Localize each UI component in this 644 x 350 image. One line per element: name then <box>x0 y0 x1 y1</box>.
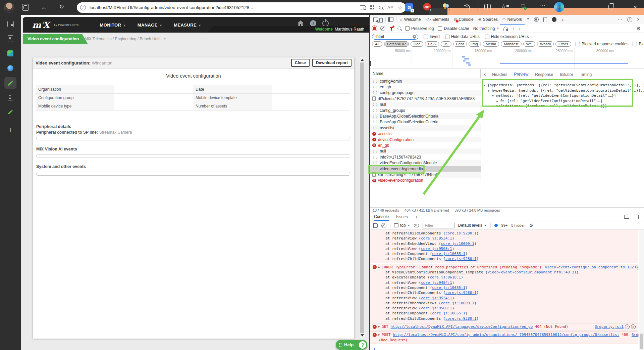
translate-extension-icon[interactable]: G t <box>405 3 413 11</box>
add-sidebar-item-icon[interactable]: + <box>6 126 14 134</box>
preserve-log-checkbox[interactable]: Preserve log <box>405 26 434 31</box>
scroll-down-arrow[interactable] <box>361 334 364 337</box>
browser-essentials-icon[interactable]: ♡✓ <box>521 4 525 9</box>
request-row[interactable]: {;}BaseApp.GlobalSelectionCriteria <box>370 119 481 125</box>
url-text[interactable]: localhost/MiXFleet.UI/#/config-admin/vid… <box>90 5 253 10</box>
network-filter-input[interactable]: -html ✕ <box>372 34 418 40</box>
devtools-tab-sources[interactable]: ❋Sources <box>476 15 500 24</box>
request-url-link[interactable]: http://localhost/DynaMiX.API/config-admi… <box>393 332 620 337</box>
favorites-bar-icon[interactable]: ☆ <box>501 4 506 9</box>
download-report-button[interactable]: Download report <box>312 59 352 67</box>
network-conditions-icon[interactable] <box>503 27 508 31</box>
console-sidebar-icon[interactable] <box>373 223 378 228</box>
source-file-link[interactable]: video-event-configur…omponent.html:40:31 <box>488 270 577 274</box>
source-file-link[interactable]: core.js:9280:1 <box>445 291 477 295</box>
performance-icon[interactable]: 𝄢 <box>525 15 532 24</box>
detail-tab-preview[interactable]: Preview <box>511 69 532 80</box>
chip-js[interactable]: JS <box>441 41 451 47</box>
close-detail-icon[interactable]: × <box>483 72 486 77</box>
network-timeline[interactable]: 50000 ms100000 ms150000 ms200000 ms25000… <box>370 48 644 69</box>
source-file-link[interactable]: core.js:9534:1 <box>421 296 452 300</box>
application-icon[interactable] <box>532 15 541 24</box>
source-file-link[interactable]: core.js:10609:1 <box>441 301 474 305</box>
request-row[interactable]: dl?client=1B752747-577B-429A-A0E0-83861A… <box>370 96 481 101</box>
nav-monitor[interactable]: MONITOR▼ <box>100 23 126 28</box>
nav-measure[interactable]: MEASURE▼ <box>174 23 201 28</box>
memory-icon[interactable] <box>541 15 549 24</box>
chip-css[interactable]: CSS <box>425 41 439 47</box>
detail-tab-headers[interactable]: Headers <box>489 69 511 80</box>
hide-extension-urls-checkbox[interactable]: Hide extension URLs <box>485 34 529 39</box>
compose-app-icon[interactable] <box>6 108 14 116</box>
console-prompt[interactable]: › <box>370 345 638 350</box>
source-file-link[interactable]: core.js:9280:1 <box>445 231 477 235</box>
request-row[interactable]: {;}null <box>370 148 481 154</box>
request-row[interactable]: ✕deviceConfiguration <box>370 137 481 142</box>
breadcrumb-active-tab[interactable]: Video event configuration <box>23 34 88 44</box>
chip-ws[interactable]: WS <box>523 41 536 47</box>
clear-console-icon[interactable] <box>381 223 386 228</box>
refresh-button[interactable]: ↻ <box>59 4 64 10</box>
clear-filter-icon[interactable]: ✕ <box>413 35 416 39</box>
json-tree-line[interactable]: ▼hyperMedia: {methods: [{rel: "getVideoE… <box>481 88 644 94</box>
minimize-button[interactable]: – <box>588 4 602 10</box>
request-row[interactable]: ✕assetlist <box>370 131 481 137</box>
error-source-link[interactable]: video-event-configur…on.component.ts:132 <box>545 265 634 270</box>
chip-img[interactable]: Img <box>469 41 481 47</box>
devtools-more-icon[interactable]: ⋯ <box>615 17 625 22</box>
request-row[interactable]: ✕en_gb <box>370 142 481 148</box>
source-file-link[interactable]: core.js:9618:1 <box>430 275 461 279</box>
expand-caret-icon[interactable]: ▶ <box>378 332 380 337</box>
console-scrollbar-thumb[interactable] <box>640 334 643 349</box>
profile-avatar[interactable] <box>4 2 14 13</box>
import-har-icon[interactable]: ↑ <box>512 26 515 31</box>
help-button[interactable]: Help ? <box>336 340 367 350</box>
devtools-close-icon[interactable]: × <box>635 17 642 22</box>
request-row[interactable]: {;}config-groups-page <box>370 90 481 96</box>
chip-manifest[interactable]: Manifest <box>501 41 521 47</box>
request-row[interactable]: {;}null <box>370 102 481 107</box>
page-scrollbar[interactable] <box>360 57 365 339</box>
console-dock-icon[interactable] <box>624 215 629 219</box>
add-console-tab-icon[interactable]: + <box>415 213 418 221</box>
request-row[interactable]: {;}configAdmin <box>370 78 481 84</box>
detail-tab-response[interactable]: Response <box>532 69 556 80</box>
chip-other[interactable]: Other <box>555 41 571 47</box>
filter-icon[interactable] <box>389 27 393 31</box>
address-bar[interactable]: i localhost/MiXFleet.UI/#/config-admin/v… <box>77 2 406 13</box>
source-file-link[interactable]: core.js:9508:1 <box>421 247 452 251</box>
request-row[interactable]: {;}assetlist <box>370 125 481 131</box>
chip-media[interactable]: Media <box>483 41 499 47</box>
sidebar-search-icon[interactable] <box>6 20 14 28</box>
source-file-link[interactable]: core.js:9280:1 <box>445 257 477 261</box>
inspect-element-icon[interactable] <box>372 15 380 24</box>
read-aloud-icon[interactable]: A))) <box>387 5 393 10</box>
request-row[interactable]: {;}info?t=1715674783423 <box>370 154 481 160</box>
source-file-link[interactable]: core.js:9534:1 <box>421 236 452 240</box>
expand-caret-icon[interactable]: ▶ <box>378 324 380 329</box>
request-row[interactable]: {;}video-event-hypermedia <box>370 166 481 172</box>
scroll-up-arrow[interactable] <box>361 59 364 61</box>
breadcrumb[interactable]: MiX Telematics / Engineering / Bench Uni… <box>85 34 166 44</box>
detail-tab-initiator[interactable]: Initiator <box>556 69 576 80</box>
request-row[interactable]: {;}videoEventConfigurationModule <box>370 160 481 166</box>
zoom-out-icon[interactable] <box>379 5 383 10</box>
send-to-devices-icon[interactable] <box>360 5 366 10</box>
tab-issues[interactable]: Issues <box>396 213 408 221</box>
chip-wasm[interactable]: Wasm <box>537 41 554 47</box>
image-app-icon[interactable] <box>6 49 14 57</box>
network-settings-gear-icon[interactable]: ⚙ <box>636 26 641 31</box>
blocked-requests-checkbox[interactable]: Blocked requests <box>633 42 644 46</box>
notes-app-icon[interactable] <box>6 93 14 101</box>
devtools-help-icon[interactable]: ? <box>625 17 635 22</box>
devtools-tab-welcome[interactable]: ⌂Welcome <box>398 15 423 24</box>
site-info-icon[interactable]: i <box>80 5 86 10</box>
document-icon[interactable] <box>6 35 14 43</box>
tab-console[interactable]: Console <box>374 213 389 221</box>
preview-json-tree[interactable]: ▼{hyperMedia: {methods: [{rel: "getVideo… <box>481 83 644 109</box>
console-filter-input[interactable]: Filter <box>423 223 454 228</box>
console-scrollbar[interactable] <box>639 230 644 350</box>
extensions-puzzle-icon[interactable] <box>464 4 470 10</box>
blocked-response-cookies-checkbox[interactable]: Blocked response cookies <box>576 42 628 46</box>
devtools-tab-console[interactable]: ⊡Console <box>451 15 476 24</box>
